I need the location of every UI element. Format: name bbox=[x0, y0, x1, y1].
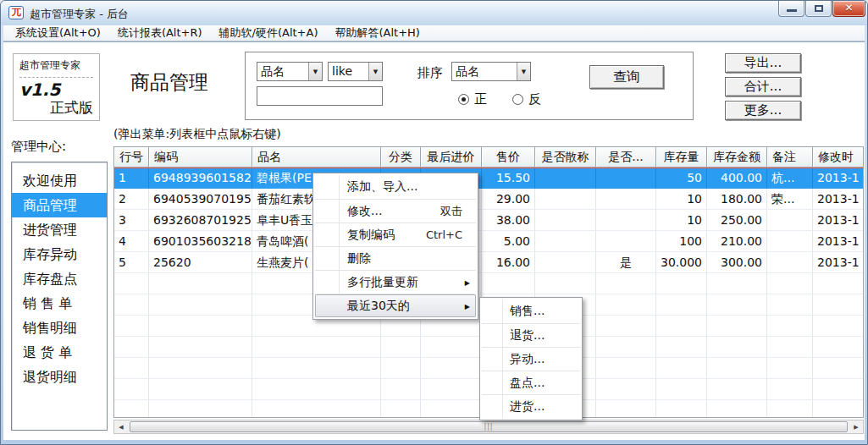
context-menu: 添加、导入...修改...双击复制编码Ctrl+C删除多行批量更新▶最近30天的… bbox=[312, 173, 478, 320]
sidebar-item-5[interactable]: 销 售 单 bbox=[12, 291, 107, 316]
returns-menuitem[interactable]: 退货... bbox=[482, 323, 580, 347]
menubar-item-auxiliary[interactable]: 辅助软/硬件(Alt+A) bbox=[211, 25, 327, 41]
search-panel: 品名 ▼ like ▼ 排序 品名 ▼ 正反 查询 bbox=[245, 52, 694, 120]
scrollbar-thumb[interactable]: ||| bbox=[130, 421, 848, 432]
column-header[interactable]: 是否... bbox=[596, 147, 656, 168]
table-cell: 50 bbox=[656, 168, 707, 189]
table-cell: 是 bbox=[596, 252, 656, 273]
table-cell bbox=[596, 400, 656, 418]
stocktake-menuitem[interactable]: 盘点... bbox=[482, 371, 580, 394]
chevron-down-icon[interactable]: ▼ bbox=[368, 63, 382, 80]
scroll-right-icon[interactable]: ▶ bbox=[849, 420, 863, 433]
table-cell bbox=[767, 252, 813, 273]
action-buttons: 导出...合计...更多... bbox=[725, 53, 801, 124]
sidebar-item-6[interactable]: 销售明细 bbox=[12, 316, 107, 340]
sales-menuitem[interactable]: 销售... bbox=[482, 299, 580, 323]
column-header[interactable]: 售价 bbox=[482, 147, 535, 168]
menubar-item-system-settings[interactable]: 系统设置(Alt+O) bbox=[7, 25, 109, 41]
movement-menuitem[interactable]: 异动... bbox=[482, 347, 580, 371]
chevron-down-icon[interactable]: ▼ bbox=[517, 63, 530, 80]
delete-menuitem[interactable]: 删除 bbox=[315, 246, 476, 270]
column-header[interactable]: 最后进价 bbox=[421, 147, 482, 168]
modify-menuitem[interactable]: 修改...双击 bbox=[315, 199, 476, 222]
last-30-days-submenu: 销售...退货...异动...盘点...进货... bbox=[479, 297, 583, 420]
table-row[interactable]: 36932608701925阜丰U香玉38.0010250.002013-1 bbox=[114, 210, 863, 231]
chevron-down-icon[interactable]: ▼ bbox=[308, 63, 322, 80]
column-header[interactable]: 编码 bbox=[149, 147, 252, 168]
column-header[interactable]: 修改时 bbox=[813, 147, 864, 168]
keyword-input[interactable] bbox=[257, 86, 383, 106]
window-title: 超市管理专家 - 后台 bbox=[30, 7, 129, 22]
table-cell bbox=[707, 358, 767, 379]
table-row[interactable]: 46901035603218青岛啤酒(5.00100210.002013-1 bbox=[114, 231, 863, 252]
copy-code-menuitem[interactable]: 复制编码Ctrl+C bbox=[315, 222, 476, 246]
sidebar-item-4[interactable]: 库存盘点 bbox=[12, 266, 107, 291]
table-cell bbox=[149, 337, 252, 358]
maximize-button[interactable] bbox=[805, 1, 832, 17]
column-header[interactable]: 库存金额 bbox=[707, 147, 767, 168]
menuitem-label: 添加、导入... bbox=[315, 179, 476, 195]
table-cell: 2013-1 bbox=[813, 252, 864, 273]
table-cell bbox=[767, 337, 813, 358]
batch-update-menuitem[interactable]: 多行批量更新▶ bbox=[315, 270, 476, 294]
query-button[interactable]: 查询 bbox=[589, 65, 664, 89]
column-header[interactable]: 行号 bbox=[114, 147, 149, 168]
horizontal-scrollbar[interactable]: ◀ ||| ▶ bbox=[113, 420, 864, 434]
table-row[interactable]: 16948939601582碧根果(PE15.5050400.00杭...201… bbox=[114, 168, 863, 189]
table-cell: 2 bbox=[114, 189, 149, 210]
add-import-menuitem[interactable]: 添加、导入... bbox=[315, 175, 476, 199]
sum-button[interactable]: 合计... bbox=[725, 77, 801, 96]
table-cell bbox=[149, 316, 252, 337]
table-row[interactable]: 525620生燕麦片(16.00是30.000300.002013-1 bbox=[114, 252, 863, 273]
sidebar-item-1[interactable]: 商品管理 bbox=[12, 193, 107, 217]
table-cell bbox=[813, 316, 864, 337]
table-cell: 6948939601582 bbox=[149, 168, 252, 189]
column-header[interactable]: 备注 bbox=[767, 147, 813, 168]
table-cell: 4 bbox=[114, 231, 149, 252]
table-cell bbox=[114, 337, 149, 358]
column-header[interactable]: 品名 bbox=[252, 147, 381, 168]
table-cell bbox=[535, 231, 596, 252]
sort-descending-radio[interactable]: 反 bbox=[512, 91, 541, 107]
table-cell bbox=[381, 379, 421, 400]
sort-field-select[interactable]: 品名 ▼ bbox=[451, 62, 531, 81]
purchase-menuitem[interactable]: 进货... bbox=[482, 394, 580, 418]
column-header[interactable]: 库存量 bbox=[656, 147, 707, 168]
radio-label: 正 bbox=[474, 91, 487, 107]
table-cell bbox=[596, 210, 656, 231]
sidebar-item-0[interactable]: 欢迎使用 bbox=[12, 168, 107, 193]
menubar-item-help[interactable]: 帮助解答(Alt+H) bbox=[326, 25, 428, 41]
table-cell bbox=[767, 379, 813, 400]
operator-select[interactable]: like ▼ bbox=[328, 62, 383, 81]
table-cell: 100 bbox=[656, 231, 707, 252]
table-cell: 25620 bbox=[149, 252, 252, 273]
table-cell bbox=[707, 273, 767, 294]
minimize-button[interactable] bbox=[778, 1, 804, 17]
table-cell bbox=[767, 273, 813, 294]
close-button[interactable]: ✕ bbox=[832, 1, 865, 17]
column-header[interactable]: 是否散称 bbox=[535, 147, 596, 168]
popup-hint: (弹出菜单:列表框中点鼠标右键) bbox=[113, 127, 281, 142]
table-cell bbox=[596, 168, 656, 189]
table-cell: 400.00 bbox=[707, 168, 767, 189]
table-cell bbox=[596, 294, 656, 316]
scroll-left-icon[interactable]: ◀ bbox=[114, 420, 128, 433]
column-header[interactable]: 分类 bbox=[381, 147, 421, 168]
menubar-item-statistics[interactable]: 统计报表(Alt+R) bbox=[109, 25, 211, 41]
table-cell: 250.00 bbox=[707, 210, 767, 231]
table-cell bbox=[813, 294, 864, 316]
sidebar-item-7[interactable]: 退 货 单 bbox=[12, 340, 107, 365]
table-cell bbox=[596, 337, 656, 358]
submenu-arrow-icon: ▶ bbox=[465, 303, 470, 310]
sidebar-item-8[interactable]: 退货明细 bbox=[12, 365, 107, 389]
sort-ascending-radio[interactable]: 正 bbox=[458, 91, 487, 107]
scrollbar-grip: ||| bbox=[484, 424, 493, 431]
table-row[interactable]: 26940539070195番茄红素软29.0010180.00荣...2013… bbox=[114, 189, 863, 210]
more-button[interactable]: 更多... bbox=[725, 101, 801, 120]
sidebar-item-2[interactable]: 进货管理 bbox=[12, 217, 107, 242]
search-field-select[interactable]: 品名 ▼ bbox=[257, 62, 323, 81]
sidebar-item-3[interactable]: 库存异动 bbox=[12, 242, 107, 266]
last-30-days-menuitem[interactable]: 最近30天的▶ bbox=[315, 294, 476, 317]
export-button[interactable]: 导出... bbox=[725, 53, 801, 73]
table-cell: 2013-1 bbox=[813, 189, 864, 210]
